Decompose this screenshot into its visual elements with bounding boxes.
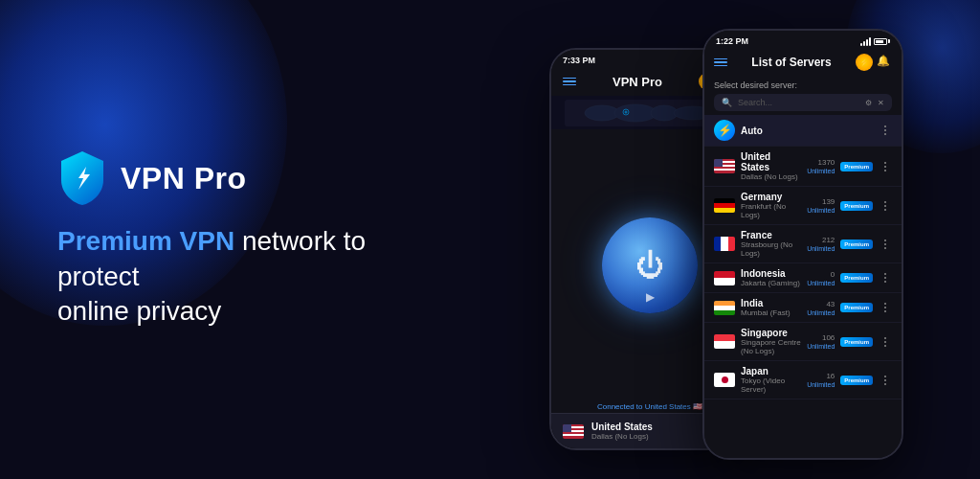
svg-point-5	[625, 110, 628, 113]
signal-bars-front-icon	[860, 37, 871, 46]
app-logo-text: VPN Pro	[121, 161, 247, 196]
power-button[interactable]: ⏻ ▶	[602, 217, 698, 313]
de-server-stats: 139 Unlimited	[807, 197, 835, 214]
more-icon-sg[interactable]	[879, 335, 892, 349]
phones-container: 7:33 PM	[549, 19, 951, 469]
in-premium-badge: Premium	[840, 303, 873, 312]
more-icon-auto[interactable]	[879, 124, 892, 137]
server-item-us[interactable]: United States Dallas (No Logs) 1370 Unli…	[704, 147, 902, 187]
svg-point-1	[614, 104, 657, 122]
jp-server-stats: 16 Unlimited	[807, 372, 835, 388]
jp-premium-badge: Premium	[840, 376, 873, 385]
bell-front-icon[interactable]: 🔔	[877, 55, 892, 70]
jp-server-name: Japan	[741, 366, 801, 376]
logo-row: VPN Pro	[57, 149, 459, 207]
search-input[interactable]: Search...	[738, 98, 772, 107]
phone-front-time: 1:22 PM	[716, 36, 748, 46]
phone-back-time: 7:33 PM	[563, 56, 595, 65]
tagline: Premium VPN network to protectonline pri…	[57, 224, 421, 329]
close-search-icon[interactable]: ✕	[878, 99, 884, 107]
svg-point-0	[585, 105, 619, 121]
sg-server-stats: 106 Unlimited	[807, 333, 835, 350]
flag-id-icon	[714, 271, 735, 285]
flag-us-list-icon	[714, 159, 735, 173]
server-item-jp[interactable]: Japan Tokyo (Video Server) 16 Unlimited …	[704, 361, 902, 399]
coin-front-icon[interactable]: ⚡	[856, 54, 873, 71]
id-server-stats: 0 Unlimited	[807, 270, 835, 286]
auto-icon: ⚡	[714, 120, 735, 141]
server-item-sg[interactable]: Singapore Singapore Centre (No Logs) 106…	[704, 323, 902, 361]
more-icon-jp[interactable]	[879, 374, 892, 387]
more-icon-us[interactable]	[879, 160, 892, 173]
de-server-name: Germany	[741, 192, 801, 202]
auto-server-name: Auto	[741, 125, 873, 136]
left-panel: VPN Pro Premium VPN network to protecton…	[57, 0, 459, 479]
more-icon-in[interactable]	[879, 301, 892, 314]
in-server-stats: 43 Unlimited	[807, 300, 835, 316]
flag-sg-icon	[714, 334, 735, 349]
flag-jp-icon	[714, 373, 735, 387]
more-icon-id[interactable]	[879, 271, 892, 285]
play-arrow-icon: ▶	[646, 290, 655, 304]
hamburger-front-icon[interactable]	[714, 58, 727, 67]
search-icon: 🔍	[722, 98, 732, 107]
filter-icon[interactable]: ⚙	[865, 99, 872, 107]
us-server-stats: 1370 Unlimited	[807, 158, 835, 174]
us-server-city: Dallas (No Logs)	[741, 172, 801, 181]
power-symbol-icon: ⏻	[635, 249, 664, 282]
search-bar[interactable]: 🔍 Search... ⚙ ✕	[714, 94, 892, 111]
server-list-header: List of Servers ⚡ 🔔	[704, 48, 902, 77]
in-server-city: Mumbai (Fast)	[741, 308, 801, 317]
phone-back-title: VPN Pro	[612, 75, 662, 89]
phone-front: 1:22 PM	[702, 29, 903, 460]
flag-de-icon	[714, 198, 735, 213]
server-item-fr[interactable]: France Strasbourg (No Logs) 212 Unlimite…	[704, 225, 902, 263]
tagline-premium: Premium VPN	[57, 226, 234, 256]
sg-server-name: Singapore	[741, 328, 801, 338]
id-server-city: Jakarta (Gaming)	[741, 279, 801, 287]
sg-server-city: Singapore Centre (No Logs)	[741, 338, 801, 355]
id-premium-badge: Premium	[840, 273, 873, 283]
server-item-auto[interactable]: ⚡ Auto	[704, 115, 902, 147]
phone-front-screen: 1:22 PM	[704, 31, 902, 458]
fr-premium-badge: Premium	[840, 240, 873, 249]
jp-server-city: Tokyo (Video Server)	[741, 376, 801, 394]
server-list-header-icons: ⚡ 🔔	[856, 54, 892, 71]
us-premium-badge: Premium	[840, 162, 873, 171]
flag-us-icon	[563, 424, 584, 439]
fr-server-stats: 212 Unlimited	[807, 236, 835, 252]
flag-in-icon	[714, 301, 735, 315]
server-item-de[interactable]: Germany Frankfurt (No Logs) 139 Unlimite…	[704, 187, 902, 225]
logo-shield-icon	[57, 149, 107, 207]
sg-premium-badge: Premium	[840, 337, 873, 347]
server-items-list: ⚡ Auto United States Dallas (No Logs)	[704, 115, 902, 458]
select-server-label: Select desired server:	[704, 77, 902, 94]
id-server-name: Indonesia	[741, 268, 801, 279]
us-server-name: United States	[741, 151, 801, 172]
server-item-id[interactable]: Indonesia Jakarta (Gaming) 0 Unlimited P…	[704, 263, 902, 293]
de-premium-badge: Premium	[840, 201, 873, 211]
de-server-city: Frankfurt (No Logs)	[741, 202, 801, 219]
more-icon-de[interactable]	[879, 199, 892, 213]
server-item-in[interactable]: India Mumbai (Fast) 43 Unlimited Premium	[704, 293, 902, 323]
fr-server-name: France	[741, 230, 801, 240]
phone-front-status-bar: 1:22 PM	[704, 31, 902, 48]
fr-server-city: Strasbourg (No Logs)	[741, 240, 801, 258]
status-icons-front	[860, 37, 890, 46]
more-icon-fr[interactable]	[879, 238, 892, 251]
flag-fr-icon	[714, 237, 735, 251]
in-server-name: India	[741, 298, 801, 308]
hamburger-icon[interactable]	[563, 78, 576, 86]
server-list-title: List of Servers	[751, 56, 831, 69]
battery-front-icon	[874, 38, 890, 45]
